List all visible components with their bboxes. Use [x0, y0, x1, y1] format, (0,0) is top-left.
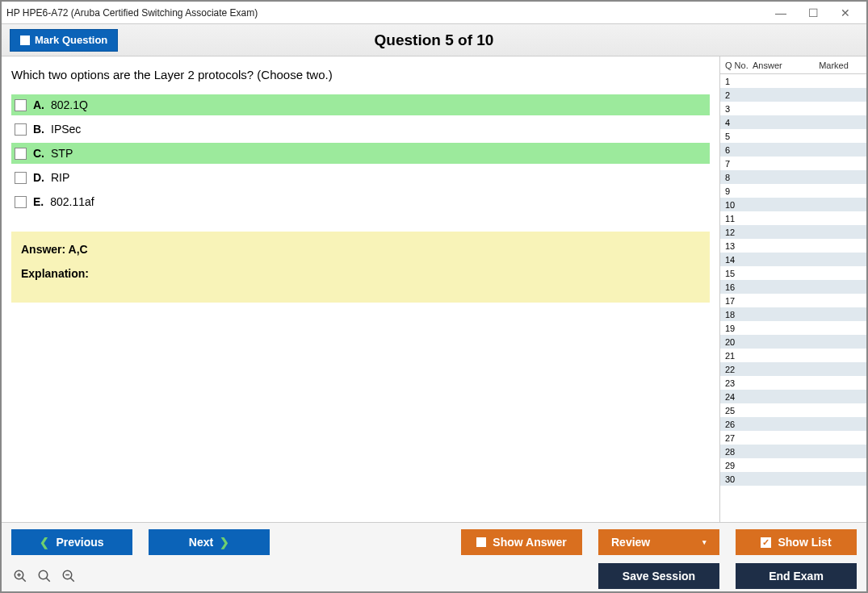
previous-label: Previous — [56, 536, 103, 549]
window-close-button[interactable]: ✕ — [829, 2, 862, 23]
header-bar: Mark Question Question 5 of 10 — [2, 24, 866, 56]
zoom-in-icon[interactable] — [11, 567, 29, 585]
footer-bar: ❮ Previous Next ❯ Show Answer Review ▾ ✓… — [2, 522, 866, 591]
svg-line-5 — [46, 578, 50, 582]
chevron-right-icon: ❯ — [220, 536, 229, 549]
question-list-row[interactable]: 20 — [720, 335, 866, 349]
chevron-left-icon: ❮ — [40, 536, 49, 549]
qlist-number: 29 — [720, 461, 753, 470]
next-button[interactable]: Next ❯ — [149, 529, 270, 555]
question-list-row[interactable]: 22 — [720, 362, 866, 376]
question-list-row[interactable]: 18 — [720, 307, 866, 321]
question-list-row[interactable]: 29 — [720, 458, 866, 472]
question-counter-title: Question 5 of 10 — [375, 31, 494, 49]
question-list-row[interactable]: 30 — [720, 472, 866, 486]
zoom-reset-icon[interactable] — [36, 567, 53, 585]
qlist-number: 16 — [720, 282, 753, 292]
option-checkbox[interactable] — [15, 148, 27, 160]
question-list-row[interactable]: 7 — [720, 157, 866, 170]
question-list-row[interactable]: 3 — [720, 102, 866, 115]
qlist-number: 9 — [720, 186, 753, 196]
option-row-e[interactable]: E.802.11af — [11, 191, 710, 212]
qlist-number: 15 — [720, 269, 753, 278]
question-list-row[interactable]: 23 — [720, 376, 866, 390]
mark-question-button[interactable]: Mark Question — [10, 29, 118, 52]
show-list-button[interactable]: ✓ Show List — [736, 529, 857, 555]
option-checkbox[interactable] — [15, 123, 27, 136]
svg-line-1 — [22, 578, 26, 582]
question-list-row[interactable]: 6 — [720, 143, 866, 157]
save-session-button[interactable]: Save Session — [598, 563, 719, 589]
question-list-row[interactable]: 19 — [720, 321, 866, 335]
options-list: A.802.1QB.IPSecC.STPD.RIPE.802.11af — [11, 94, 710, 212]
window-maximize-button[interactable]: ☐ — [797, 2, 829, 23]
question-list-row[interactable]: 25 — [720, 403, 866, 417]
window-controls: — ☐ ✕ — [765, 2, 862, 23]
qlist-number: 7 — [720, 159, 753, 169]
end-exam-button[interactable]: End Exam — [736, 563, 857, 589]
qlist-number: 2 — [720, 90, 753, 100]
question-list-body[interactable]: 1234567891011121314151617181920212223242… — [720, 74, 866, 522]
footer-row-secondary: Save Session End Exam — [11, 563, 857, 589]
save-session-label: Save Session — [623, 570, 695, 583]
question-list-row[interactable]: 28 — [720, 445, 866, 458]
question-list-row[interactable]: 16 — [720, 280, 866, 294]
option-checkbox[interactable] — [15, 196, 27, 208]
option-checkbox[interactable] — [15, 99, 27, 111]
window-minimize-button[interactable]: — — [765, 2, 797, 23]
option-letter: A. — [33, 98, 44, 111]
qlist-number: 18 — [720, 310, 753, 319]
previous-button[interactable]: ❮ Previous — [11, 529, 132, 555]
question-list-row[interactable]: 15 — [720, 266, 866, 280]
question-list-row[interactable]: 2 — [720, 88, 866, 102]
question-list-row[interactable]: 14 — [720, 253, 866, 266]
col-answer: Answer — [753, 61, 801, 70]
review-button[interactable]: Review ▾ — [598, 529, 719, 555]
option-row-b[interactable]: B.IPSec — [11, 119, 710, 140]
question-list-row[interactable]: 4 — [720, 115, 866, 129]
explanation-label: Explanation: — [21, 267, 700, 280]
qlist-number: 12 — [720, 228, 753, 237]
question-panel: Which two options are the Layer 2 protoc… — [2, 56, 719, 522]
question-list-row[interactable]: 27 — [720, 431, 866, 445]
option-text: RIP — [51, 171, 69, 184]
question-list-row[interactable]: 12 — [720, 225, 866, 239]
question-list-row[interactable]: 10 — [720, 198, 866, 211]
window-title: HP HPE6-A72 (Aruba Certified Switching A… — [6, 7, 765, 19]
question-list-row[interactable]: 5 — [720, 129, 866, 143]
qlist-number: 10 — [720, 200, 753, 210]
zoom-out-icon[interactable] — [60, 567, 78, 585]
question-list-row[interactable]: 21 — [720, 349, 866, 362]
content-area: Which two options are the Layer 2 protoc… — [2, 56, 866, 522]
question-list-header: Q No. Answer Marked — [720, 56, 866, 74]
question-list-row[interactable]: 11 — [720, 211, 866, 225]
qlist-number: 3 — [720, 104, 753, 114]
qlist-number: 24 — [720, 392, 753, 402]
option-row-d[interactable]: D.RIP — [11, 167, 710, 188]
qlist-number: 28 — [720, 447, 753, 457]
option-text: IPSec — [51, 123, 81, 136]
question-text: Which two options are the Layer 2 protoc… — [11, 68, 710, 81]
show-answer-button[interactable]: Show Answer — [461, 529, 582, 555]
qlist-number: 20 — [720, 337, 753, 347]
end-exam-label: End Exam — [769, 570, 824, 583]
question-list-row[interactable]: 17 — [720, 294, 866, 307]
question-list-row[interactable]: 8 — [720, 170, 866, 184]
question-list-row[interactable]: 13 — [720, 239, 866, 253]
option-row-c[interactable]: C.STP — [11, 143, 710, 164]
answer-value: A,C — [69, 243, 88, 256]
question-list-row[interactable]: 9 — [720, 184, 866, 198]
option-row-a[interactable]: A.802.1Q — [11, 94, 710, 115]
answer-line: Answer: A,C — [21, 243, 700, 256]
question-list-row[interactable]: 24 — [720, 390, 866, 403]
question-list-row[interactable]: 26 — [720, 417, 866, 431]
option-checkbox[interactable] — [15, 172, 27, 184]
svg-point-4 — [39, 570, 48, 579]
question-list-row[interactable]: 1 — [720, 74, 866, 88]
dropdown-icon: ▾ — [702, 538, 707, 546]
qlist-number: 27 — [720, 433, 753, 443]
qlist-number: 6 — [720, 145, 753, 155]
qlist-number: 14 — [720, 255, 753, 265]
show-list-check-icon: ✓ — [761, 537, 771, 548]
answer-label: Answer: — [21, 243, 65, 256]
